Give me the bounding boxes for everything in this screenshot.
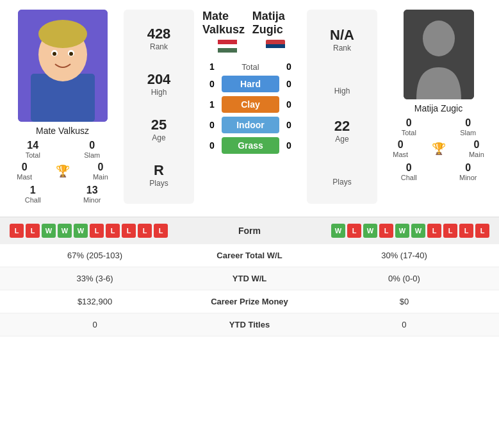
trophy-icon-p2: 🏆: [432, 142, 446, 156]
player1-total-label: Total: [26, 151, 40, 159]
player2-plays-item: Plays: [332, 166, 351, 187]
stat-label: Career Total W/L: [190, 244, 309, 267]
player1-chall-grid: 1 Chall 13 Minor: [6, 185, 119, 204]
player2-mast-label: Mast: [393, 151, 408, 158]
player1-mast-label: Mast: [17, 173, 32, 181]
player1-stats-grid: 14 Total 0 Slam: [6, 140, 119, 159]
comparison-clay-row: 1 Clay 0: [202, 96, 299, 113]
form-badge-p2: W: [331, 224, 345, 238]
player2-slam-cell: 0 Slam: [442, 117, 495, 137]
comparison-grass-row: 0 Grass 0: [202, 137, 299, 154]
player1-header-section: Mate Valkusz: [202, 10, 252, 53]
player2-chall-label: Chall: [401, 174, 417, 181]
form-badge-p2: L: [459, 224, 473, 238]
player1-slam-cell: 0 Slam: [66, 140, 119, 159]
player1-rank-label: Rank: [147, 42, 171, 51]
trophy-icon-p1: 🏆: [56, 164, 70, 178]
comp-total-p2: 0: [279, 62, 299, 72]
player1-age-item: 25 Age: [151, 117, 167, 142]
player1-header-name: Mate Valkusz: [202, 10, 252, 37]
table-row: $132,900 Career Prize Money $0: [0, 290, 499, 313]
hard-badge: Hard: [222, 76, 279, 92]
player2-high-value: [334, 75, 350, 87]
player2-high-label: High: [334, 87, 350, 95]
player1-flag: [218, 40, 237, 53]
player2-slam-value: 0: [465, 117, 471, 129]
stat-p2-value: 0: [309, 313, 499, 336]
player1-plays-label: Plays: [149, 179, 168, 188]
comp-indoor-p1: 0: [202, 120, 222, 130]
player1-total-cell: 14 Total: [6, 140, 60, 159]
player1-high-item: 204 High: [147, 71, 171, 97]
comp-grass-p2: 0: [279, 140, 299, 151]
player2-main-value: 0: [473, 139, 479, 151]
player1-chall-cell: 1 Chall: [6, 185, 60, 204]
form-badge-p1: L: [106, 224, 120, 238]
players-header-row: Mate Valkusz Matija Zugic: [202, 10, 299, 53]
player2-slam-label: Slam: [460, 129, 476, 137]
player1-section: Mate Valkusz 14 Total 0 Slam 0 Mast 🏆: [6, 10, 119, 204]
player2-mast-value: 0: [398, 139, 404, 151]
player2-photo: [404, 10, 474, 99]
player1-minor-value: 13: [86, 185, 98, 196]
stat-p1-value: 33% (3-6): [0, 267, 190, 290]
player2-rank-item: N/A Rank: [330, 27, 354, 53]
player1-chall-label: Chall: [25, 196, 41, 204]
form-label: Form: [238, 226, 261, 236]
player1-minor-cell: 13 Minor: [66, 185, 119, 204]
player1-name: Mate Valkusz: [36, 126, 89, 136]
form-badge-p2: W: [411, 224, 425, 238]
form-badge-p1: L: [26, 224, 40, 238]
comp-total-label: Total: [241, 62, 259, 72]
player1-slam-value: 0: [89, 140, 95, 151]
player1-mast-row: 0 Mast 🏆 0 Main: [6, 162, 119, 181]
player2-age-item: 22 Age: [334, 118, 350, 144]
player2-rank-value: N/A: [330, 27, 354, 44]
player2-mast-cell: 0 Mast: [393, 139, 408, 158]
form-badge-p1: L: [138, 224, 152, 238]
main-container: Mate Valkusz 14 Total 0 Slam 0 Mast 🏆: [0, 0, 499, 336]
player2-age-value: 22: [334, 118, 350, 135]
form-section: LLWWWLLLLL Form WLWLWWLLLL: [0, 217, 499, 244]
player1-center-stats: 428 Rank 204 High 25 Age R Plays: [124, 10, 194, 204]
indoor-badge: Indoor: [222, 117, 279, 133]
grass-badge: Grass: [222, 137, 279, 154]
stat-label: YTD W/L: [190, 267, 309, 290]
form-badge-p2: W: [363, 224, 377, 238]
form-badge-p2: L: [443, 224, 457, 238]
stat-p2-value: 0% (0-0): [309, 267, 499, 290]
stat-p1-value: 67% (205-103): [0, 244, 190, 267]
player1-plays-item: R Plays: [149, 162, 168, 188]
stat-p1-value: 0: [0, 313, 190, 336]
comp-clay-p2: 0: [279, 99, 299, 110]
player1-form-badges: LLWWWLLLLL: [10, 224, 168, 238]
comp-grass-p1: 0: [202, 140, 222, 151]
player1-high-value: 204: [147, 71, 171, 88]
player2-main-label: Main: [469, 151, 484, 158]
form-badge-p2: L: [475, 224, 489, 238]
svg-point-3: [38, 20, 87, 48]
form-badge-p1: W: [42, 224, 56, 238]
player2-flag: [266, 40, 285, 53]
player2-total-value: 0: [406, 117, 412, 129]
form-badge-p1: L: [122, 224, 136, 238]
stat-p1-value: $132,900: [0, 290, 190, 313]
form-badge-p2: L: [347, 224, 361, 238]
svg-point-6: [53, 52, 56, 56]
clay-badge: Clay: [222, 96, 279, 113]
player2-total-cell: 0 Total: [382, 117, 436, 137]
comp-total-p1: 1: [202, 62, 222, 72]
comparison-hard-row: 0 Hard 0: [202, 76, 299, 92]
player2-mast-row: 0 Mast 🏆 0 Main: [382, 139, 495, 158]
player1-age-label: Age: [151, 133, 167, 142]
player1-trophy: 🏆: [53, 162, 72, 181]
form-badge-p1: W: [74, 224, 88, 238]
player2-minor-cell: 0 Minor: [442, 162, 495, 181]
player2-name: Matija Zugic: [414, 103, 462, 113]
player2-age-label: Age: [334, 135, 350, 144]
player2-chall-cell: 0 Chall: [382, 162, 436, 181]
player1-mast-cell: 0 Mast: [17, 162, 32, 181]
player2-high-item: High: [334, 75, 350, 95]
player1-slam-label: Slam: [84, 151, 100, 159]
svg-point-9: [423, 21, 455, 56]
